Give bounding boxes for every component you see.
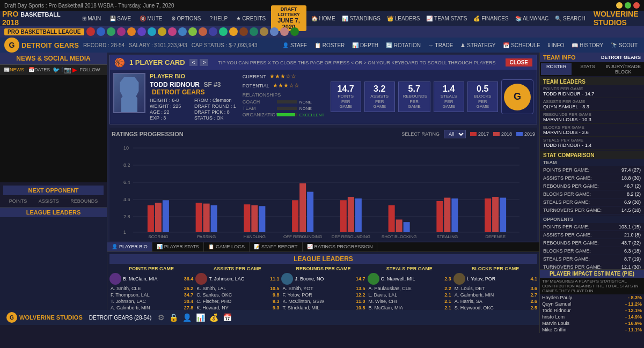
pie-section: PLAYER IMPACT ESTIMATE (PIE) TIP MEASURE… [539,269,644,333]
ll-subname-4-0: M. Louis, DET [455,286,519,291]
svg-text:HANDLING: HANDLING [244,234,266,239]
nav-save[interactable]: 💾 SAVE [106,14,134,23]
footer-icon-1[interactable]: ⚙ [158,313,165,322]
menu-info[interactable]: ℹ INFO [546,42,567,48]
menu-staff[interactable]: 👤 STAFF [280,42,309,48]
prev-player-button[interactable]: < [189,59,198,66]
svg-text:8.2: 8.2 [123,162,130,168]
minimize-button[interactable] [616,2,623,9]
menu-history[interactable]: 📖 HISTORY [569,42,605,48]
rel-org-row: ORGANIZATION EXCELLENT [243,112,326,117]
logo-basketball: BASKETBALL [20,11,61,18]
nav-mute[interactable]: 🔇 MUTE [136,14,165,23]
tab-game-logs[interactable]: 📋 GAME LOGS [204,242,250,251]
ll-subval-4-3: 2.5 [521,305,537,310]
opp-assists-label: ASSISTS [39,198,59,204]
tab-dates[interactable]: 📅DATES [27,66,52,73]
rs-tab-roster[interactable]: ROSTER [541,63,572,75]
maximize-button[interactable] [625,2,631,9]
tab-player-stats[interactable]: 📊 PLAYER STATS [152,242,204,251]
nav-credits[interactable]: ★ CREDITS [233,14,269,23]
svg-rect-25 [299,183,306,232]
legend-2019-color [516,132,523,136]
player-bio-area: PLAYER BIO TODD RIDNOUR SF #3 DETROIT GE… [110,70,537,124]
window-title-bar: Draft Day Sports : Pro Basketball 2018 W… [0,0,644,11]
rs-leader-name-1: QUYN SAMUEL - 3.3 [543,104,641,109]
close-player-card-button[interactable]: CLOSE [506,58,532,66]
menu-schedule[interactable]: 📅 SCHEDULE [501,42,542,48]
player-number: #3 [214,81,221,88]
nav-help[interactable]: ? HELP [207,14,231,23]
player-position: SF [203,81,211,88]
footer-icon-4[interactable]: 📊 [196,313,205,322]
svg-text:OFF REBOUNDING: OFF REBOUNDING [283,234,322,239]
legend-2017-label: 2017 [478,131,489,137]
nav-standings[interactable]: 📊 STANDINGS [339,14,383,23]
menu-strategy[interactable]: ♟ STRATEGY [458,42,497,48]
tab-player-bio[interactable]: 👤 PLAYER BIO [107,242,152,251]
team-icon-11 [188,27,197,36]
ll-top-value-1: 11.1 [263,276,279,282]
ll-subname-4-3: S. Heywood, OKC [455,305,519,310]
ll-sub-1-3: K. Howard, NY 9.3 [195,305,279,310]
nav-almanac[interactable]: 📚 ALMANAC [513,14,552,23]
tab-follow[interactable]: FOLLOW [78,66,101,73]
steals-label: STEALSPER GAME [438,94,459,109]
ll-subval-2-3: 10.8 [349,305,365,310]
footer-icon-3[interactable]: 👤 [182,313,192,322]
close-window-button[interactable] [633,2,640,9]
ll-sub-4-2: A. Harris, SA 2.6 [453,299,537,304]
next-player-button[interactable]: > [200,59,208,66]
rs-tab-stats[interactable]: STATS [572,63,603,75]
legend-2019: 2019 [516,131,535,137]
pie-tip: TIP MEASURES A PLAYER'S STATISTICAL CONT… [540,278,644,294]
instagram-icon[interactable]: 📷 [64,66,71,73]
svg-text:DEF REBOUNDING: DEF REBOUNDING [332,234,370,239]
nav-team-stats[interactable]: 📈 TEAM STATS [423,14,470,23]
footer-icon-2[interactable]: 🔒 [169,313,178,322]
opp-points-label: POINTS [9,198,27,204]
menu-roster[interactable]: 📋 ROSTER [312,42,347,48]
current-rating-row: CURRENT ★★★☆☆ [243,73,326,80]
menu-depth[interactable]: 📊 DEPTH [350,42,380,48]
ll-subval-0-3: 27.8 [177,305,193,310]
nav-search[interactable]: 🔍 SEARCH [552,14,588,23]
ll-top-value-4: 4.1 [521,276,537,282]
nav-options[interactable]: ⚙ OPTIONS [168,14,204,23]
potential-label: POTENTIAL [243,83,269,88]
player-card: 🏀 1 PLAYER CARD < > TIP YOU CAN PRESS X … [109,55,537,124]
tab-staff-report[interactable]: 📝 STAFF REPORT [250,242,303,251]
ll-photo-4 [453,273,465,285]
youtube-icon[interactable]: ▶ [72,66,77,73]
ll-sub-3-2: M. Wise, CHI 2.1 [368,299,451,304]
rating-select[interactable]: All [444,130,466,138]
menu-rotation[interactable]: 🔄 ROTATION [384,42,423,48]
team-salary: SALARY : $101,233,943 [129,42,187,48]
twitter-icon[interactable]: 🐦 [53,66,60,73]
nav-main[interactable]: ⊞ MAIN [79,14,104,23]
player-draftround-field: DRAFT ROUND : 1 [194,103,238,109]
ll-subname-1-1: C. Sankes, OKC [196,292,261,298]
nav-home[interactable]: 🏠 HOME [309,14,338,23]
tab-news[interactable]: 📰NEWS [2,66,26,73]
menu-trade[interactable]: ↔ TRADE [426,42,456,48]
footer-icon-5[interactable]: 💰 [209,313,218,322]
ll-subname-2-2: K. McClinton, GSW [282,299,347,304]
rs-opp-stat-3: BLOCKS PER GAME:6.3 (18) [540,247,644,255]
menu-scout[interactable]: 🔭 SCOUT [609,42,640,48]
footer-icon-6[interactable]: 📅 [223,313,232,322]
player-status-field: STATUS : OK [194,115,238,121]
rs-tab-injury[interactable]: INJURY/TRADE BLOCK [604,63,643,75]
svg-rect-21 [251,205,258,232]
facebook-icon[interactable]: f [61,66,63,73]
league-team-icons [86,27,640,36]
nav-leaders[interactable]: 👑 LEADERS [384,14,422,23]
nav-finances[interactable]: 💰 FINANCES [471,14,511,23]
rel-org-bar-fill [277,113,295,116]
rs-leader-name-2: MARVIN LOUIS - 10.3 [543,117,641,122]
tab-ratings-progression[interactable]: 📈 RATINGS PROGRESSION [303,242,378,251]
rs-leader-2: REBOUNDS PER GAME MARVIN LOUIS - 10.3 [540,111,644,124]
ll-cat-title-0: POINTS PER GAME [109,266,193,271]
rs-leader-4: STEALS PER GAME TODD RIDNOUR - 1.4 [540,137,644,150]
rs-team-name: DETROIT GEARS [601,55,641,60]
